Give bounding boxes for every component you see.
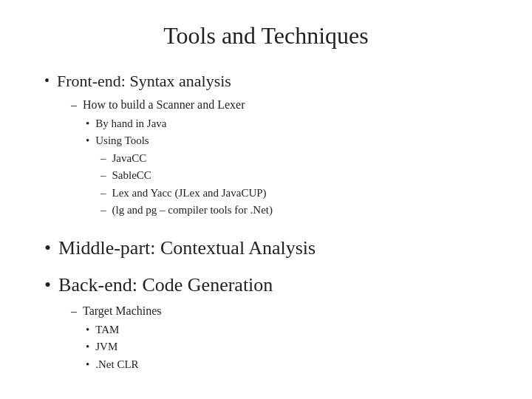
netclr-label: .Net CLR <box>95 356 138 373</box>
bullet-backend: • Back-end: Code Generation <box>44 272 488 299</box>
dot-netclr: • <box>86 356 89 373</box>
target-jvm: • JVM <box>86 338 488 355</box>
middlepart-label: Middle-part: Contextual Analysis <box>58 235 316 262</box>
sablecc-label: SableCC <box>112 167 151 184</box>
backend-label: Back-end: Code Generation <box>58 272 273 299</box>
dot-sym-usingtools: • <box>86 132 89 149</box>
dash-targets: – Target Machines <box>71 302 488 320</box>
slide: Tools and Techniques • Front-end: Syntax… <box>0 0 532 399</box>
dash-sym-targets: – <box>71 302 77 320</box>
bullet-dot-frontend: • <box>44 70 50 91</box>
dash-lg: – <box>100 202 106 219</box>
lg-label: (lg and pg – compiler tools for .Net) <box>112 202 273 219</box>
bullet-frontend: • Front-end: Syntax analysis <box>44 70 488 93</box>
frontend-sub: – How to build a Scanner and Lexer • By … <box>71 96 488 219</box>
targets-list: • TAM • JVM • .Net CLR <box>86 321 488 373</box>
dash-sablecc: – <box>100 167 106 184</box>
scanner-items: • By hand in Java • Using Tools – JavaCC <box>86 115 488 219</box>
tam-label: TAM <box>95 321 119 338</box>
slide-title: Tools and Techniques <box>44 22 488 50</box>
tool-lex: – Lex and Yacc (JLex and JavaCUP) <box>100 185 488 202</box>
section-frontend: • Front-end: Syntax analysis – How to bu… <box>44 70 488 219</box>
byhand-label: By hand in Java <box>95 115 166 132</box>
dot-jvm: • <box>86 338 89 355</box>
bullet-dot-backend: • <box>44 272 51 299</box>
lex-label: Lex and Yacc (JLex and JavaCUP) <box>112 185 267 202</box>
scanner-label: How to build a Scanner and Lexer <box>83 96 245 114</box>
dot-sym-byhand: • <box>86 115 89 132</box>
usingtools-label: Using Tools <box>95 132 149 149</box>
section-backend: • Back-end: Code Generation – Target Mac… <box>44 272 488 372</box>
content-area: • Front-end: Syntax analysis – How to bu… <box>44 70 488 372</box>
tools-list: – JavaCC – SableCC – Lex and Yacc (JLex … <box>100 150 488 219</box>
dash-scanner: – How to build a Scanner and Lexer <box>71 96 488 114</box>
targets-label: Target Machines <box>83 302 162 320</box>
javacc-label: JavaCC <box>112 150 147 167</box>
backend-sub: – Target Machines • TAM • JVM • .Net CLR <box>71 302 488 373</box>
dash-lex: – <box>100 185 106 202</box>
tool-sablecc: – SableCC <box>100 167 488 184</box>
target-tam: • TAM <box>86 321 488 338</box>
dash-sym-scanner: – <box>71 96 77 114</box>
bullet-middlepart: • Middle-part: Contextual Analysis <box>44 235 488 262</box>
target-netclr: • .Net CLR <box>86 356 488 373</box>
dash-javacc: – <box>100 150 106 167</box>
dot-usingtools: • Using Tools <box>86 132 488 149</box>
tool-lg: – (lg and pg – compiler tools for .Net) <box>100 202 488 219</box>
section-middlepart: • Middle-part: Contextual Analysis <box>44 235 488 265</box>
bullet-dot-middlepart: • <box>44 235 51 262</box>
dot-byhand: • By hand in Java <box>86 115 488 132</box>
jvm-label: JVM <box>95 338 117 355</box>
frontend-label: Front-end: Syntax analysis <box>57 70 231 93</box>
tool-javacc: – JavaCC <box>100 150 488 167</box>
dot-tam: • <box>86 321 89 338</box>
